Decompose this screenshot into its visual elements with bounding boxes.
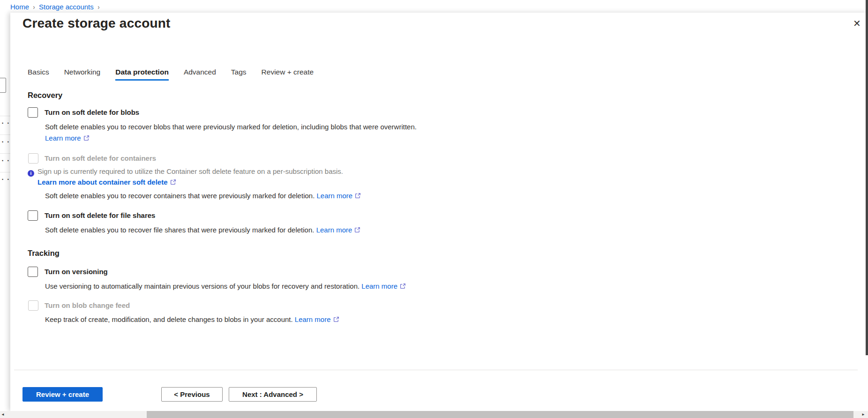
background-row-divider xyxy=(0,116,10,116)
containers-info-text: Sign up is currently required to utilize… xyxy=(37,167,343,175)
background-row-divider xyxy=(0,153,10,154)
scroll-right-icon[interactable]: ► xyxy=(861,412,865,417)
vertical-scrollbar[interactable] xyxy=(866,0,868,355)
chevron-right-icon: › xyxy=(33,3,35,11)
learn-more-versioning-link[interactable]: Learn more xyxy=(361,282,397,290)
row-ellipsis-icon: • • xyxy=(2,121,10,126)
learn-more-container-soft-delete-link[interactable]: Learn more about container soft delete xyxy=(37,178,168,186)
desc-soft-delete-blobs: Soft delete enables you to recover blobs… xyxy=(45,122,417,132)
footer-divider xyxy=(14,370,858,370)
previous-button[interactable]: < Previous xyxy=(161,387,223,402)
row-ellipsis-icon: • • xyxy=(2,158,10,163)
horizontal-scrollbar[interactable]: ◄ ► xyxy=(0,411,868,418)
desc-blob-change-feed: Keep track of create, modification, and … xyxy=(45,315,293,323)
close-icon[interactable]: ✕ xyxy=(853,19,861,28)
label-versioning[interactable]: Turn on versioning xyxy=(45,268,108,276)
background-row-divider xyxy=(0,134,10,135)
checkbox-soft-delete-containers xyxy=(28,153,38,164)
background-row-divider xyxy=(0,172,10,172)
tab-advanced[interactable]: Advanced xyxy=(184,68,216,81)
tab-bar: Basics Networking Data protection Advanc… xyxy=(28,68,329,81)
desc-blob-change-feed-row: Keep track of create, modification, and … xyxy=(45,315,339,324)
external-link-icon xyxy=(355,193,361,199)
page-title: Create storage account xyxy=(22,16,171,31)
tracking-section-heading: Tracking xyxy=(28,249,60,258)
row-ellipsis-icon: • • xyxy=(2,177,10,182)
label-soft-delete-file-shares[interactable]: Turn on soft delete for file shares xyxy=(45,211,155,219)
learn-more-containers-link[interactable]: Learn more xyxy=(317,192,353,200)
checkbox-soft-delete-file-shares[interactable] xyxy=(28,210,38,221)
checkbox-versioning[interactable] xyxy=(28,267,38,277)
desc-versioning: Use versioning to automatically maintain… xyxy=(45,282,359,290)
desc-versioning-row: Use versioning to automatically maintain… xyxy=(45,282,406,291)
review-create-button[interactable]: Review + create xyxy=(22,387,103,402)
external-link-icon xyxy=(333,316,339,322)
row-ellipsis-icon: • • xyxy=(2,140,10,144)
tab-networking[interactable]: Networking xyxy=(64,68,101,81)
tab-data-protection[interactable]: Data protection xyxy=(115,68,169,81)
external-link-icon xyxy=(170,179,176,185)
desc-soft-delete-file-shares-row: Soft delete enables you to recover file … xyxy=(45,225,360,235)
tab-tags[interactable]: Tags xyxy=(231,68,247,81)
external-link-icon xyxy=(400,283,406,289)
checkbox-blob-change-feed xyxy=(28,300,38,311)
external-link-icon xyxy=(83,135,90,141)
learn-more-change-feed-link[interactable]: Learn more xyxy=(295,315,331,323)
next-advanced-button[interactable]: Next : Advanced > xyxy=(229,387,317,402)
breadcrumb-storage-accounts-link[interactable]: Storage accounts xyxy=(39,3,94,11)
desc-soft-delete-containers-row: Soft delete enables you to recover conta… xyxy=(45,191,361,201)
label-blob-change-feed: Turn on blob change feed xyxy=(45,301,130,309)
desc-soft-delete-file-shares: Soft delete enables you to recover file … xyxy=(45,226,314,234)
scroll-left-icon[interactable]: ◄ xyxy=(1,412,5,417)
container-soft-delete-link-row: Learn more about container soft delete xyxy=(37,178,176,187)
breadcrumb-home-link[interactable]: Home xyxy=(10,3,29,11)
learn-more-file-shares-link[interactable]: Learn more xyxy=(316,226,352,234)
learn-more-row: Learn more xyxy=(45,134,90,143)
recovery-section-heading: Recovery xyxy=(28,91,62,100)
horizontal-scrollbar-thumb[interactable] xyxy=(147,411,853,418)
external-link-icon xyxy=(354,227,360,233)
breadcrumb: Home › Storage accounts › xyxy=(10,2,100,11)
tab-review-create[interactable]: Review + create xyxy=(262,68,314,81)
label-soft-delete-containers: Turn on soft delete for containers xyxy=(45,154,156,162)
background-searchbox-fragment xyxy=(0,78,6,93)
desc-soft-delete-containers: Soft delete enables you to recover conta… xyxy=(45,192,314,200)
containers-info-row: iSign up is currently required to utiliz… xyxy=(28,167,343,177)
checkbox-soft-delete-blobs[interactable] xyxy=(28,107,38,118)
tab-basics[interactable]: Basics xyxy=(28,68,49,81)
learn-more-blobs-link[interactable]: Learn more xyxy=(45,134,81,142)
label-soft-delete-blobs[interactable]: Turn on soft delete for blobs xyxy=(45,108,139,116)
info-icon: i xyxy=(28,170,34,177)
chevron-right-icon: › xyxy=(97,3,99,11)
